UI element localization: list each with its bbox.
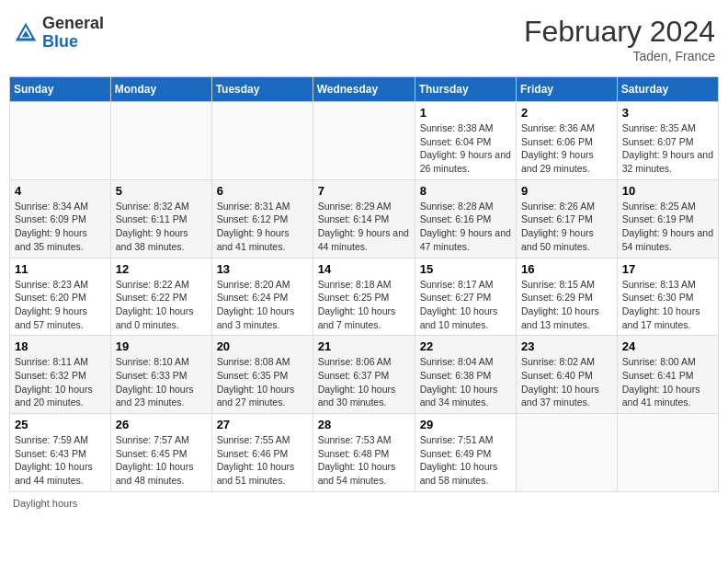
day-number: 22 [420,339,511,353]
day-number: 4 [15,184,106,198]
day-number: 25 [15,418,106,431]
day-info: Sunrise: 8:18 AM Sunset: 6:25 PM Dayligh… [318,278,410,332]
logo-general-text: General [42,15,104,33]
day-info: Sunrise: 8:06 AM Sunset: 6:37 PM Dayligh… [318,355,410,409]
calendar-cell: 3Sunrise: 8:35 AM Sunset: 6:07 PM Daylig… [617,102,718,180]
calendar-cell [617,414,718,492]
day-info: Sunrise: 8:29 AM Sunset: 6:14 PM Dayligh… [318,200,410,254]
day-number: 20 [217,339,308,353]
day-info: Sunrise: 7:51 AM Sunset: 6:49 PM Dayligh… [420,433,511,488]
month-year: February 2024 [524,15,715,49]
day-info: Sunrise: 8:32 AM Sunset: 6:11 PM Dayligh… [116,200,207,254]
calendar-cell: 19Sunrise: 8:10 AM Sunset: 6:33 PM Dayli… [110,336,211,414]
logo: General Blue [13,15,104,52]
calendar-cell: 8Sunrise: 8:28 AM Sunset: 6:16 PM Daylig… [415,179,516,258]
day-number: 27 [217,418,308,431]
calendar-cell: 28Sunrise: 7:53 AM Sunset: 6:48 PM Dayli… [313,414,415,492]
day-number: 6 [217,184,308,198]
calendar-cell: 12Sunrise: 8:22 AM Sunset: 6:22 PM Dayli… [110,258,211,336]
day-info: Sunrise: 8:00 AM Sunset: 6:41 PM Dayligh… [622,355,713,409]
day-info: Sunrise: 8:10 AM Sunset: 6:33 PM Dayligh… [116,355,207,409]
day-info: Sunrise: 7:59 AM Sunset: 6:43 PM Dayligh… [15,433,106,488]
title-area: February 2024 Taden, France [524,15,715,63]
day-info: Sunrise: 8:15 AM Sunset: 6:29 PM Dayligh… [521,278,612,332]
footer-note: Daylight hours [9,498,719,509]
day-info: Sunrise: 8:28 AM Sunset: 6:16 PM Dayligh… [420,200,511,254]
day-info: Sunrise: 8:17 AM Sunset: 6:27 PM Dayligh… [420,278,511,332]
day-number: 9 [521,184,612,198]
logo-blue-text: Blue [42,33,104,52]
calendar-cell: 26Sunrise: 7:57 AM Sunset: 6:45 PM Dayli… [110,414,211,492]
day-number: 17 [622,262,713,276]
calendar-cell [517,414,618,492]
day-number: 13 [217,262,308,276]
day-number: 14 [318,262,410,276]
day-of-week-header: Sunday [10,77,111,102]
calendar-week-row: 25Sunrise: 7:59 AM Sunset: 6:43 PM Dayli… [10,414,719,492]
day-of-week-header: Friday [517,77,618,102]
day-info: Sunrise: 8:13 AM Sunset: 6:30 PM Dayligh… [622,278,713,332]
day-number: 18 [15,339,106,353]
day-of-week-header: Thursday [415,77,516,102]
calendar-cell: 9Sunrise: 8:26 AM Sunset: 6:17 PM Daylig… [517,179,618,258]
day-number: 1 [420,106,511,120]
calendar-week-row: 4Sunrise: 8:34 AM Sunset: 6:09 PM Daylig… [10,179,719,258]
day-info: Sunrise: 8:11 AM Sunset: 6:32 PM Dayligh… [15,355,106,409]
calendar-cell: 17Sunrise: 8:13 AM Sunset: 6:30 PM Dayli… [617,258,718,336]
calendar-cell: 25Sunrise: 7:59 AM Sunset: 6:43 PM Dayli… [10,414,111,492]
calendar-cell: 13Sunrise: 8:20 AM Sunset: 6:24 PM Dayli… [211,258,313,336]
day-info: Sunrise: 8:31 AM Sunset: 6:12 PM Dayligh… [217,200,308,254]
day-of-week-header: Wednesday [313,77,415,102]
calendar-cell: 22Sunrise: 8:04 AM Sunset: 6:38 PM Dayli… [415,336,516,414]
day-number: 24 [622,339,713,353]
daylight-hours-label: Daylight hours [13,498,77,509]
calendar-cell: 11Sunrise: 8:23 AM Sunset: 6:20 PM Dayli… [10,258,111,336]
calendar-cell: 27Sunrise: 7:55 AM Sunset: 6:46 PM Dayli… [211,414,313,492]
calendar-week-row: 11Sunrise: 8:23 AM Sunset: 6:20 PM Dayli… [10,258,719,336]
day-number: 23 [521,339,612,353]
calendar-table: SundayMondayTuesdayWednesdayThursdayFrid… [9,76,719,492]
calendar-cell: 5Sunrise: 8:32 AM Sunset: 6:11 PM Daylig… [110,179,211,258]
calendar-header-row: SundayMondayTuesdayWednesdayThursdayFrid… [10,77,719,102]
day-number: 8 [420,184,511,198]
calendar-cell: 23Sunrise: 8:02 AM Sunset: 6:40 PM Dayli… [517,336,618,414]
day-of-week-header: Monday [110,77,211,102]
day-info: Sunrise: 7:55 AM Sunset: 6:46 PM Dayligh… [217,433,308,488]
calendar-cell: 18Sunrise: 8:11 AM Sunset: 6:32 PM Dayli… [10,336,111,414]
day-number: 3 [622,106,713,120]
day-info: Sunrise: 8:35 AM Sunset: 6:07 PM Dayligh… [622,121,713,176]
calendar-cell: 15Sunrise: 8:17 AM Sunset: 6:27 PM Dayli… [415,258,516,336]
calendar-cell: 29Sunrise: 7:51 AM Sunset: 6:49 PM Dayli… [415,414,516,492]
day-info: Sunrise: 8:23 AM Sunset: 6:20 PM Dayligh… [15,278,106,332]
calendar-cell [110,102,211,180]
day-info: Sunrise: 8:04 AM Sunset: 6:38 PM Dayligh… [420,355,511,409]
day-info: Sunrise: 8:38 AM Sunset: 6:04 PM Dayligh… [420,121,511,176]
logo-icon [13,20,39,46]
day-number: 21 [318,339,410,353]
calendar-cell: 6Sunrise: 8:31 AM Sunset: 6:12 PM Daylig… [211,179,313,258]
day-info: Sunrise: 8:02 AM Sunset: 6:40 PM Dayligh… [521,355,612,409]
day-info: Sunrise: 8:34 AM Sunset: 6:09 PM Dayligh… [15,200,106,254]
calendar-cell: 24Sunrise: 8:00 AM Sunset: 6:41 PM Dayli… [617,336,718,414]
calendar-cell [10,102,111,180]
day-info: Sunrise: 7:53 AM Sunset: 6:48 PM Dayligh… [318,433,410,488]
day-number: 11 [15,262,106,276]
logo-text: General Blue [42,15,104,52]
calendar-cell: 2Sunrise: 8:36 AM Sunset: 6:06 PM Daylig… [517,102,618,180]
calendar-cell: 4Sunrise: 8:34 AM Sunset: 6:09 PM Daylig… [10,179,111,258]
day-of-week-header: Saturday [617,77,718,102]
day-info: Sunrise: 8:25 AM Sunset: 6:19 PM Dayligh… [622,200,713,254]
day-number: 2 [521,106,612,120]
day-info: Sunrise: 8:22 AM Sunset: 6:22 PM Dayligh… [116,278,207,332]
location: Taden, France [524,49,715,63]
day-number: 29 [420,418,511,431]
calendar-cell: 21Sunrise: 8:06 AM Sunset: 6:37 PM Dayli… [313,336,415,414]
day-number: 28 [318,418,410,431]
header: General Blue February 2024 Taden, France [9,9,719,69]
calendar-cell: 1Sunrise: 8:38 AM Sunset: 6:04 PM Daylig… [415,102,516,180]
day-number: 10 [622,184,713,198]
calendar-cell [313,102,415,180]
calendar-cell: 10Sunrise: 8:25 AM Sunset: 6:19 PM Dayli… [617,179,718,258]
calendar-cell: 14Sunrise: 8:18 AM Sunset: 6:25 PM Dayli… [313,258,415,336]
day-number: 16 [521,262,612,276]
